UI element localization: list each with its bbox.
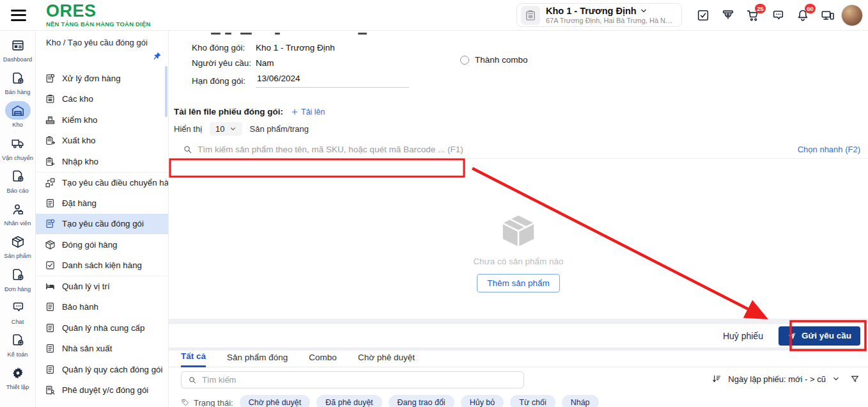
add-product-button[interactable]: Thêm sản phẩm: [477, 274, 560, 292]
menu-item[interactable]: Các kho: [36, 89, 168, 110]
sort-label[interactable]: Ngày lập phiếu: mới - > cũ: [728, 374, 826, 384]
search-icon: [188, 376, 197, 385]
page-size-row: Hiển thị 10 Sản phẩm/trang: [169, 122, 868, 136]
menu-item[interactable]: Bảo hành: [36, 297, 168, 318]
list-search-input[interactable]: [202, 375, 523, 385]
rail-item[interactable]: Sản phẩm: [0, 232, 36, 259]
packing-warehouse-value[interactable]: Kho 1 - Trương Định: [256, 43, 335, 52]
rail-item[interactable]: Nhân viên: [0, 200, 36, 227]
rail-item[interactable]: Vận chuyển: [0, 134, 36, 161]
menu-item[interactable]: Quản lý vị trí: [36, 276, 168, 297]
radio-circle-icon[interactable]: [460, 56, 469, 65]
combo-radio[interactable]: Thành combo: [460, 55, 528, 65]
status-chip[interactable]: Chờ phê duyệt: [240, 395, 311, 407]
tab[interactable]: Sản phẩm đóng: [227, 353, 288, 367]
menu-item[interactable]: Đặt hàng: [36, 193, 168, 214]
chevron-down-icon: [229, 125, 236, 132]
upload-label: Tải lên file phiếu đóng gói:: [174, 107, 283, 116]
tabs-bar: Tất cảSản phẩm đóngComboChờ phê duyệt: [169, 351, 868, 367]
rail-item[interactable]: Chat: [0, 298, 36, 325]
hamburger-menu-icon[interactable]: [11, 10, 26, 21]
empty-message: Chưa có sản phẩm nào: [473, 257, 563, 266]
page-size-select[interactable]: 10: [210, 122, 242, 136]
show-label: Hiển thị: [174, 124, 202, 134]
rail-item[interactable]: Dashboard: [0, 36, 36, 63]
tasks-icon[interactable]: [696, 8, 710, 22]
packing-deadline-input[interactable]: 13/06/2024: [256, 74, 409, 88]
menu-item[interactable]: Đóng gói hàng: [36, 234, 168, 255]
send-request-button[interactable]: Gửi yêu cầu: [779, 326, 860, 346]
notification-badge: 60: [805, 4, 816, 13]
tab[interactable]: Combo: [309, 353, 337, 367]
warehouse-submenu: Kho / Tạo yêu cầu đóng gói Xử lý đơn hàn…: [36, 31, 169, 407]
plus-icon: [291, 108, 298, 116]
status-chip[interactable]: Đang trao đổi: [389, 395, 454, 407]
chat-bubble-icon[interactable]: [771, 8, 785, 22]
brand-logo: ORES NỀN TẢNG BÁN HÀNG TOÀN DIỆN: [46, 3, 151, 28]
field-label: Người yêu cầu:: [192, 58, 256, 68]
clipped-row-remnant: [169, 31, 868, 37]
top-bar: ORES NỀN TẢNG BÁN HÀNG TOÀN DIỆN Kho 1 -…: [0, 0, 868, 31]
status-chip[interactable]: Đã phê duyệt: [316, 395, 382, 407]
menu-item[interactable]: Kiểm kho: [36, 109, 168, 131]
field-label: Kho đóng gói:: [192, 43, 256, 52]
menu-item[interactable]: Danh sách kiện hàng: [36, 255, 168, 276]
pin-icon[interactable]: [152, 51, 162, 61]
menu-item[interactable]: Xuất kho: [36, 131, 168, 152]
cart-icon[interactable]: 25: [746, 8, 760, 22]
chevron-down-icon[interactable]: [832, 375, 840, 383]
menu-item[interactable]: Tạo yêu cầu đóng gói: [36, 214, 168, 235]
user-avatar[interactable]: [841, 4, 863, 26]
upload-link[interactable]: Tải lên: [291, 108, 325, 116]
quick-select-link[interactable]: Chọn nhanh (F2): [798, 145, 860, 154]
rail-item[interactable]: Kế toán: [0, 331, 36, 358]
sidebar-scrollbar[interactable]: [165, 66, 167, 117]
rail-item[interactable]: Đơn hàng: [0, 266, 36, 292]
menu-item[interactable]: Phê duyệt y/c đóng gói: [36, 380, 168, 401]
search-icon: [183, 145, 192, 154]
menu-item[interactable]: Tạo yêu cầu điều chuyển hàng: [36, 172, 168, 193]
store-selector[interactable]: Kho 1 - Trương Định 67A Trương Định, Hai…: [516, 3, 682, 27]
rail-item[interactable]: Kho: [0, 101, 36, 128]
rail-item[interactable]: Báo cáo: [0, 167, 36, 194]
requester-value: Nam: [256, 58, 274, 68]
sort-controls: Ngày lập phiếu: mới - > cũ: [711, 374, 860, 384]
status-chip[interactable]: Hủy bỏ: [461, 395, 504, 407]
menu-item[interactable]: Nhà sản xuất: [36, 339, 168, 360]
notifications-bell-icon[interactable]: 60: [796, 8, 810, 22]
status-filter-row: Trạng thái: Chờ phê duyệtĐã phê duyệtĐan…: [181, 395, 599, 407]
status-chip[interactable]: Nháp: [562, 395, 599, 407]
menu-item[interactable]: [36, 401, 168, 407]
tab[interactable]: Chờ phê duyệt: [358, 353, 415, 367]
menu-item[interactable]: Nhập kho: [36, 151, 168, 172]
rail-item[interactable]: Thiết lập: [0, 363, 36, 390]
page-size-unit: Sản phẩm/trang: [250, 124, 309, 134]
sort-descending-icon[interactable]: [711, 374, 722, 384]
primary-nav-rail: Dashboard Bán hàng Kho Vận chuyển Báo cá…: [0, 31, 36, 407]
cancel-ticket-button[interactable]: Huỷ phiếu: [723, 331, 763, 341]
camera-icon[interactable]: [721, 8, 735, 22]
page-size-value: 10: [215, 124, 224, 134]
status-chip[interactable]: Từ chối: [510, 395, 555, 407]
menu-item[interactable]: Xử lý đơn hàng: [36, 68, 168, 89]
store-name: Kho 1 - Trương Định: [546, 6, 637, 16]
filter-funnel-icon[interactable]: [850, 374, 860, 384]
empty-state: Chưa có sản phẩm nào Thêm sản phẩm: [169, 211, 868, 292]
devices-icon[interactable]: [821, 8, 835, 22]
tab[interactable]: Tất cả: [181, 351, 206, 367]
main-content: Kho đóng gói: Kho 1 - Trương Định Người …: [169, 31, 868, 407]
breadcrumb: Kho / Tạo yêu cầu đóng gói: [36, 31, 168, 47]
menu-item[interactable]: Quản lý quy cách đóng gói: [36, 359, 168, 380]
combo-radio-label: Thành combo: [475, 55, 528, 65]
header-icon-cluster: 25 60: [696, 8, 835, 22]
form-row: Hạn đóng gói: 13/06/2024: [169, 74, 868, 88]
package-box-icon: [499, 211, 538, 251]
upload-link-text: Tải lên: [301, 108, 325, 116]
menu-item[interactable]: Quản lý nhà cung cấp: [36, 317, 168, 339]
upload-row: Tải lên file phiếu đóng gói: Tải lên: [169, 107, 868, 116]
logo-text: ORES: [46, 3, 151, 20]
send-icon: [787, 331, 796, 340]
rail-item[interactable]: Bán hàng: [0, 68, 36, 95]
product-search-bar[interactable]: Tìm kiếm sản phẩm theo tên, mã SKU, hoặc…: [169, 141, 868, 159]
list-search-box[interactable]: [181, 371, 524, 388]
